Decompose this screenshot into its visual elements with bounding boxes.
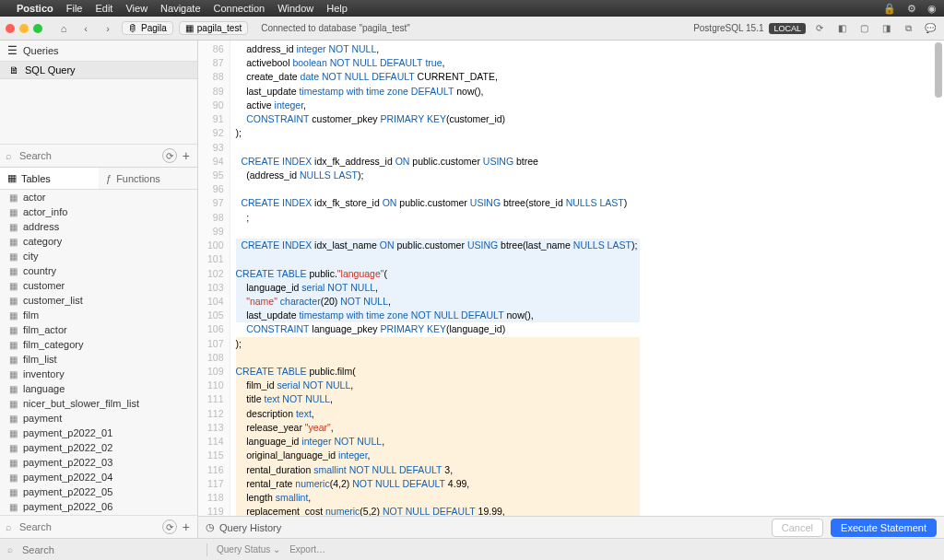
back-button[interactable]: ‹ [77,20,94,37]
panel-right-icon[interactable]: ◨ [878,20,894,37]
table-row[interactable]: ▦actor [0,190,197,204]
breadcrumb-db[interactable]: 🛢 Pagila [122,21,173,35]
code-area[interactable]: 8687888990919293949596979899100101102103… [198,41,944,516]
vertical-scrollbar[interactable] [935,42,942,510]
table-row[interactable]: ▦payment_p2022_05 [0,484,197,499]
menu-connection[interactable]: Connection [214,3,266,14]
sql-query-label: SQL Query [25,64,76,76]
menu-window[interactable]: Window [277,3,313,14]
table-row[interactable]: ▦payment_p2022_04 [0,470,197,484]
refresh-queries-button[interactable]: ⟳ [162,148,177,163]
table-icon: ▦ [9,325,18,335]
table-row[interactable]: ▦country [0,263,197,278]
queries-header[interactable]: ☰ Queries [0,41,197,62]
chat-icon[interactable]: 💬 [922,20,938,37]
table-name: film_actor [23,324,67,335]
menu-help[interactable]: Help [326,3,348,14]
settings-icon[interactable]: ⚙ [907,3,916,15]
table-icon: ▦ [9,355,18,365]
tab-tables[interactable]: ▦ Tables [0,168,99,189]
export-button[interactable]: Export… [289,544,325,554]
refresh-icon[interactable]: ⟳ [811,20,828,37]
table-name: customer [23,280,65,291]
table-row[interactable]: ▦customer [0,278,197,293]
local-badge: LOCAL [769,23,806,34]
functions-tab-label: Functions [116,173,160,184]
breadcrumb-schema[interactable]: ▦ pagila_test [179,21,248,35]
query-history-button[interactable]: ◷ Query History [206,521,281,533]
app-menu[interactable]: Postico [17,3,53,14]
cancel-button[interactable]: Cancel [772,519,823,537]
forward-button[interactable]: › [100,20,116,37]
table-name: payment [23,413,62,424]
table-row[interactable]: ▦inventory [0,367,197,381]
table-row[interactable]: ▦actor_info [0,204,197,219]
close-window-button[interactable] [6,24,15,33]
zoom-window-button[interactable] [33,24,42,33]
menu-view[interactable]: View [125,3,148,14]
queries-search-input[interactable] [16,148,159,163]
query-status-dropdown[interactable]: Query Status ⌄ [217,544,280,554]
tables-search-input[interactable] [16,519,159,534]
scrollbar-thumb[interactable] [935,42,942,98]
table-row[interactable]: ▦language [0,381,197,396]
queries-icon: ☰ [7,44,18,57]
table-name: city [23,251,39,262]
search-icon: ⌕ [7,544,13,554]
statusbar-search-input[interactable] [22,544,197,555]
table-icon: ▦ [9,296,18,306]
home-icon[interactable]: ⌂ [55,20,72,37]
table-row[interactable]: ▦address [0,219,197,234]
menu-navigate[interactable]: Navigate [160,3,200,14]
menu-file[interactable]: File [66,3,83,14]
table-name: actor [23,192,45,203]
statusbar: ⌕ Query Status ⌄ Export… [0,538,944,560]
table-row[interactable]: ▦film_actor [0,322,197,337]
table-row[interactable]: ▦payment_p2022_01 [0,426,197,440]
panel-center-icon[interactable]: ▢ [856,20,872,37]
lock-icon[interactable]: 🔒 [883,3,896,15]
table-name: inventory [23,368,65,379]
table-row[interactable]: ▦nicer_but_slower_film_list [0,396,197,411]
table-row[interactable]: ▦film [0,308,197,322]
toolbar: ⌂ ‹ › 🛢 Pagila ▦ pagila_test Connected t… [0,17,944,41]
table-row[interactable]: ▦city [0,249,197,263]
refresh-tables-button[interactable]: ⟳ [162,519,177,534]
table-icon: ▦ [9,281,18,291]
add-query-button[interactable]: + [181,148,192,163]
table-row[interactable]: ▦customer_list [0,293,197,308]
sql-query-item[interactable]: 🗎 SQL Query [0,62,197,79]
table-icon: ▦ [9,207,18,217]
query-history-label: Query History [219,522,281,533]
window-controls [6,24,42,33]
table-row[interactable]: ▦payment_p2022_03 [0,455,197,470]
table-row[interactable]: ▦category [0,234,197,249]
code-content[interactable]: address_id integer NOT NULL, activebool … [230,41,648,516]
server-version: PostgreSQL 15.1 [693,23,763,33]
database-icon: 🛢 [128,23,137,33]
table-row[interactable]: ▦film_list [0,352,197,367]
new-window-icon[interactable]: ⧉ [900,20,916,37]
add-table-button[interactable]: + [181,519,192,534]
table-row[interactable]: ▦payment_p2022_06 [0,499,197,514]
table-row[interactable]: ▦payment_p2022_02 [0,440,197,455]
execute-statement-button[interactable]: Execute Statement [831,519,937,537]
shield-icon[interactable]: ◉ [927,3,937,15]
table-icon: ▦ [9,310,18,321]
tab-functions[interactable]: ƒ Functions [99,168,197,189]
minimize-window-button[interactable] [19,24,29,33]
table-icon: ▦ [9,487,18,497]
table-row[interactable]: ▦payment [0,411,197,426]
table-icon: ▦ [9,237,18,247]
tables-search-row: ⌕ ⟳ + [0,515,197,538]
tables-icon: ▦ [7,172,17,184]
table-name: country [23,265,56,276]
search-icon: ⌕ [6,150,12,161]
menu-edit[interactable]: Edit [95,3,112,14]
table-list[interactable]: ▦actor▦actor_info▦address▦category▦city▦… [0,190,197,515]
connection-status: Connected to database "pagila_test" [254,23,688,33]
line-gutter: 8687888990919293949596979899100101102103… [198,41,230,516]
table-row[interactable]: ▦film_category [0,337,197,352]
table-name: nicer_but_slower_film_list [23,398,139,409]
panel-left-icon[interactable]: ◧ [833,20,850,37]
